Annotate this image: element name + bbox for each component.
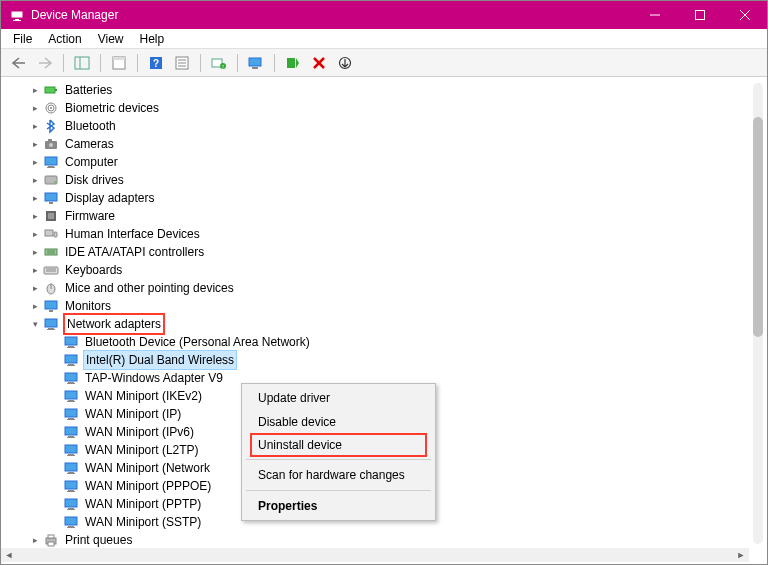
chevron-right-icon[interactable]: ▸ (29, 156, 41, 168)
enable-device-button[interactable] (281, 52, 305, 74)
svg-rect-72 (67, 419, 75, 420)
chevron-right-icon[interactable]: ▸ (29, 192, 41, 204)
chevron-right-icon[interactable]: ▸ (29, 174, 41, 186)
tree-item-label: Firmware (63, 207, 117, 225)
action-button[interactable] (170, 52, 194, 74)
tree-item-label: WAN Miniport (PPPOE) (83, 477, 213, 495)
forward-button[interactable] (33, 52, 57, 74)
chevron-right-icon[interactable]: ▸ (29, 300, 41, 312)
svg-rect-27 (55, 89, 57, 91)
svg-rect-66 (67, 383, 75, 384)
tree-item-label: Display adapters (63, 189, 156, 207)
scroll-right-icon[interactable]: ► (733, 548, 749, 562)
tree-category[interactable]: ▸Display adapters (9, 189, 767, 207)
tree-category[interactable]: ▸Computer (9, 153, 767, 171)
battery-icon (43, 82, 59, 98)
help-button[interactable]: ? (144, 52, 168, 74)
chevron-right-icon[interactable] (49, 336, 61, 348)
tree-item-label: Human Interface Devices (63, 225, 202, 243)
chevron-right-icon[interactable] (49, 408, 61, 420)
scroll-left-icon[interactable]: ◄ (1, 548, 17, 562)
svg-point-32 (49, 143, 53, 147)
back-button[interactable] (7, 52, 31, 74)
tree-category[interactable]: ▸Bluetooth (9, 117, 767, 135)
chevron-right-icon[interactable] (49, 372, 61, 384)
context-update-driver[interactable]: Update driver (244, 386, 433, 410)
context-scan-hardware[interactable]: Scan for hardware changes (244, 463, 433, 487)
tree-category[interactable]: ▸Cameras (9, 135, 767, 153)
svg-rect-62 (68, 364, 74, 365)
chevron-right-icon[interactable] (49, 480, 61, 492)
svg-rect-54 (49, 310, 53, 312)
menu-file[interactable]: File (5, 32, 40, 46)
hid-icon (43, 226, 59, 242)
svg-rect-33 (48, 139, 52, 141)
scrollbar-thumb[interactable] (753, 117, 763, 337)
tree-item-adapter[interactable]: Intel(R) Dual Band Wireless (9, 351, 767, 369)
properties-button[interactable] (107, 52, 131, 74)
svg-rect-7 (75, 57, 89, 69)
chevron-right-icon[interactable]: ▸ (29, 84, 41, 96)
tree-item-adapter[interactable]: Bluetooth Device (Personal Area Network) (9, 333, 767, 351)
chevron-right-icon[interactable] (49, 354, 61, 366)
chevron-right-icon[interactable] (49, 498, 61, 510)
scan-hardware-button[interactable] (244, 52, 268, 74)
chevron-right-icon[interactable]: ▸ (29, 246, 41, 258)
disable-device-button[interactable] (333, 52, 357, 74)
tree-item-label: WAN Miniport (IKEv2) (83, 387, 204, 405)
svg-rect-36 (47, 167, 55, 168)
tree-category[interactable]: ▸Print queues (9, 531, 767, 549)
chevron-right-icon[interactable]: ▸ (29, 138, 41, 150)
network-icon (63, 496, 79, 512)
app-icon (9, 7, 25, 23)
chevron-right-icon[interactable] (49, 444, 61, 456)
tree-category[interactable]: ▸Firmware (9, 207, 767, 225)
context-properties[interactable]: Properties (244, 494, 433, 518)
tree-category[interactable]: ▸IDE ATA/ATAPI controllers (9, 243, 767, 261)
chevron-right-icon[interactable]: ▸ (29, 228, 41, 240)
maximize-button[interactable] (677, 1, 722, 29)
chevron-down-icon[interactable]: ▾ (29, 318, 41, 330)
network-icon (63, 406, 79, 422)
minimize-button[interactable] (632, 1, 677, 29)
menu-view[interactable]: View (90, 32, 132, 46)
svg-rect-42 (48, 213, 54, 219)
tree-category[interactable]: ▸Keyboards (9, 261, 767, 279)
chevron-right-icon[interactable]: ▸ (29, 210, 41, 222)
svg-rect-34 (45, 157, 57, 165)
chevron-right-icon[interactable]: ▸ (29, 534, 41, 546)
printer-icon (43, 532, 59, 548)
menu-action[interactable]: Action (40, 32, 89, 46)
tree-item-label: WAN Miniport (L2TP) (83, 441, 201, 459)
window-title: Device Manager (31, 8, 118, 22)
ide-icon (43, 244, 59, 260)
tree-category[interactable]: ▸Disk drives (9, 171, 767, 189)
tree-category[interactable]: ▸Human Interface Devices (9, 225, 767, 243)
chevron-right-icon[interactable] (49, 426, 61, 438)
chevron-right-icon[interactable] (49, 390, 61, 402)
uninstall-device-button[interactable] (307, 52, 331, 74)
tree-category[interactable]: ▸Batteries (9, 81, 767, 99)
chevron-right-icon[interactable]: ▸ (29, 120, 41, 132)
svg-rect-20 (249, 58, 261, 66)
context-disable-device[interactable]: Disable device (244, 410, 433, 434)
svg-rect-59 (68, 346, 74, 347)
tree-category-network-adapters[interactable]: ▾Network adapters (9, 315, 767, 333)
tree-category[interactable]: ▸Mice and other pointing devices (9, 279, 767, 297)
svg-rect-77 (68, 454, 74, 455)
svg-rect-75 (67, 437, 75, 438)
chevron-right-icon[interactable] (49, 462, 61, 474)
context-uninstall-device[interactable]: Uninstall device (250, 433, 427, 457)
tree-category[interactable]: ▸Biometric devices (9, 99, 767, 117)
horizontal-scrollbar[interactable]: ◄ ► (1, 548, 749, 562)
close-button[interactable] (722, 1, 767, 29)
chevron-right-icon[interactable]: ▸ (29, 102, 41, 114)
chevron-right-icon[interactable]: ▸ (29, 282, 41, 294)
chevron-right-icon[interactable] (49, 516, 61, 528)
menu-help[interactable]: Help (132, 32, 173, 46)
mouse-icon (43, 280, 59, 296)
update-driver-button[interactable]: ↑ (207, 52, 231, 74)
show-hide-tree-button[interactable] (70, 52, 94, 74)
network-icon (63, 478, 79, 494)
chevron-right-icon[interactable]: ▸ (29, 264, 41, 276)
